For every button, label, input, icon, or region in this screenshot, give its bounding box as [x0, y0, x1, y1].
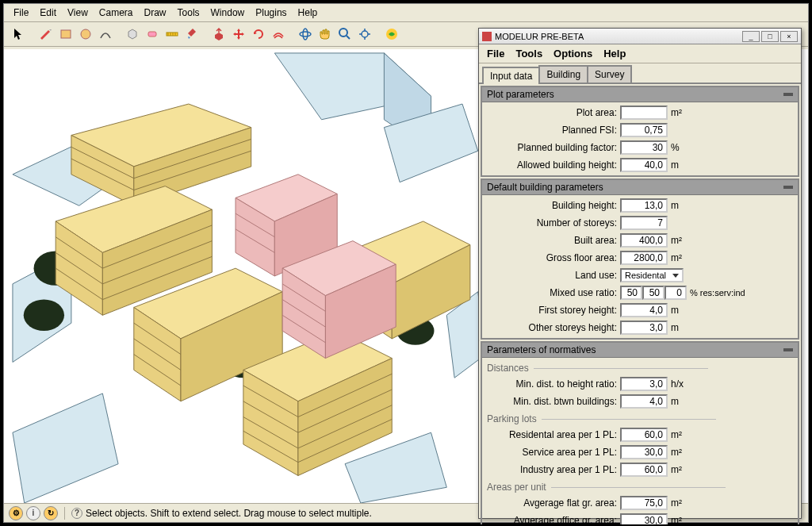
svg-point-9	[303, 29, 308, 40]
circle-tool-icon[interactable]	[77, 25, 94, 43]
collapse-icon[interactable]	[783, 348, 793, 351]
section-norms-header[interactable]: Parameters of normatives	[482, 343, 798, 358]
svg-point-12	[362, 31, 368, 37]
panel-titlebar[interactable]: MODELUR PRE-BETA _ □ ×	[479, 29, 801, 44]
panel-title: MODELUR PRE-BETA	[495, 32, 584, 41]
unit-plot-area: m²	[668, 107, 690, 118]
input-mixed-1[interactable]	[620, 286, 642, 300]
input-mixed-2[interactable]	[642, 286, 665, 300]
panel-menu-help[interactable]: Help	[599, 46, 630, 61]
label-plot-area: Plot area:	[485, 107, 620, 118]
menu-file[interactable]: File	[9, 6, 33, 20]
label-flat-area: Avgerage flat gr. area:	[485, 497, 620, 509]
unit-ind-pl: m²	[668, 464, 690, 475]
input-gfa[interactable]	[620, 251, 668, 265]
pushpull-tool-icon[interactable]	[210, 25, 228, 43]
input-storeys[interactable]	[620, 216, 668, 230]
subsection-parking: Parking lots	[485, 410, 795, 426]
hint-icon: ?	[71, 508, 82, 519]
status-icon-2[interactable]: i	[26, 506, 40, 520]
label-gfa: Gross floor area:	[485, 252, 620, 263]
status-hint: ? Select objects. Shift to extend select…	[71, 508, 372, 519]
input-plot-area[interactable]	[620, 106, 668, 120]
input-first-sh[interactable]	[620, 303, 668, 317]
input-flat-area[interactable]	[620, 496, 668, 510]
input-built-area[interactable]	[620, 233, 668, 248]
status-icon-3[interactable]: ↻	[44, 506, 58, 520]
panel-menu-options[interactable]: Options	[549, 46, 597, 61]
menu-plugins[interactable]: Plugins	[251, 6, 291, 20]
label-other-sh: Other storeys height:	[485, 322, 620, 333]
tab-building[interactable]: Building	[538, 65, 588, 83]
menu-window[interactable]: Window	[206, 6, 250, 20]
model-info-icon[interactable]	[383, 25, 400, 43]
paint-tool-icon[interactable]	[183, 25, 201, 43]
orbit-tool-icon[interactable]	[297, 25, 314, 43]
input-dist-ratio[interactable]	[620, 377, 668, 391]
eraser-tool-icon[interactable]	[144, 25, 161, 43]
panel-menu-file[interactable]: File	[482, 46, 509, 61]
maximize-button[interactable]: □	[761, 31, 779, 42]
tape-tool-icon[interactable]	[163, 25, 181, 43]
panel-menubar: File Tools Options Help	[479, 44, 801, 63]
input-ind-pl[interactable]	[620, 463, 668, 477]
input-res-pl[interactable]	[620, 428, 668, 442]
section-norms: Parameters of normatives Distances Min. …	[481, 341, 799, 524]
rectangle-tool-icon[interactable]	[57, 25, 75, 43]
section-plot-title: Plot parameters	[487, 89, 554, 100]
tab-input-data[interactable]: Input data	[482, 67, 540, 84]
offset-tool-icon[interactable]	[270, 25, 287, 43]
zoom-tool-icon[interactable]	[336, 25, 354, 43]
label-land-use: Land use:	[485, 270, 620, 281]
input-bh[interactable]	[620, 198, 668, 213]
menu-help[interactable]: Help	[293, 6, 323, 20]
menu-tools[interactable]: Tools	[173, 6, 205, 20]
label-storeys: Number of storeys:	[485, 217, 620, 228]
unit-dist-btwn: m	[668, 396, 690, 407]
menu-camera[interactable]: Camera	[94, 6, 138, 20]
label-planned-fsi: Planned FSI:	[485, 125, 620, 136]
section-plot-header[interactable]: Plot parameters	[482, 87, 798, 102]
close-button[interactable]: ×	[780, 31, 798, 42]
input-serv-pl[interactable]	[620, 445, 668, 459]
panel-body: Plot parameters Plot area:m² Planned FSI…	[479, 84, 801, 524]
input-mixed-3[interactable]	[665, 286, 687, 300]
panel-tabs: Input data Building Survey	[479, 63, 801, 84]
zoom-extents-tool-icon[interactable]	[356, 25, 373, 43]
panel-menu-tools[interactable]: Tools	[511, 46, 547, 61]
section-building: Default building parameters Building hei…	[481, 179, 799, 340]
panel-app-icon	[482, 32, 492, 41]
label-serv-pl: Service area per 1 PL:	[485, 447, 620, 458]
status-text: Select objects. Shift to extend select. …	[86, 508, 372, 519]
svg-rect-75	[482, 32, 492, 41]
minimize-button[interactable]: _	[742, 31, 760, 42]
pencil-tool-icon[interactable]	[37, 25, 55, 43]
move-tool-icon[interactable]	[230, 25, 247, 43]
menu-edit[interactable]: Edit	[35, 6, 61, 20]
label-allowed-bh: Allowed building height:	[485, 159, 620, 171]
unit-serv-pl: m²	[668, 447, 690, 458]
svg-point-10	[339, 29, 347, 36]
rotate-tool-icon[interactable]	[250, 25, 267, 43]
input-planned-fsi[interactable]	[620, 123, 668, 137]
collapse-icon[interactable]	[783, 93, 793, 96]
section-building-header[interactable]: Default building parameters	[482, 180, 798, 195]
label-ind-pl: Industry area per 1 PL:	[485, 464, 620, 475]
input-other-sh[interactable]	[620, 321, 668, 335]
input-planned-bf[interactable]	[620, 140, 668, 155]
svg-point-24	[24, 300, 64, 331]
select-tool-icon[interactable]	[10, 25, 28, 43]
main-window: File Edit View Camera Draw Tools Window …	[3, 3, 809, 523]
menu-view[interactable]: View	[63, 6, 93, 20]
input-office-area[interactable]	[620, 513, 668, 524]
select-land-use[interactable]: Residental	[620, 268, 684, 282]
status-icon-1[interactable]: ⚙	[9, 506, 23, 520]
input-dist-btwn[interactable]	[620, 394, 668, 409]
menu-draw[interactable]: Draw	[140, 6, 171, 20]
pan-tool-icon[interactable]	[316, 25, 334, 43]
tab-survey[interactable]: Survey	[587, 65, 632, 83]
component-tool-icon[interactable]	[124, 25, 141, 43]
input-allowed-bh[interactable]	[620, 158, 668, 172]
collapse-icon[interactable]	[783, 186, 793, 189]
arc-tool-icon[interactable]	[97, 25, 114, 43]
